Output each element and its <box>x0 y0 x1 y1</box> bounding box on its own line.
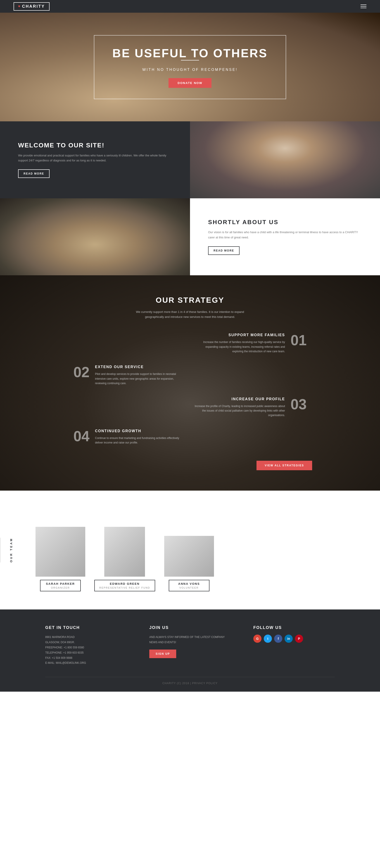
linkedin-icon[interactable]: in <box>284 634 293 643</box>
facebook-icon[interactable]: f <box>274 634 282 643</box>
logo[interactable]: ♥ CHARITY <box>13 2 49 11</box>
sarah-photo-img <box>36 527 85 577</box>
strategy-item-2-title: EXTEND OUR SERVICE <box>95 365 185 369</box>
fax: FAX: +1 504 809 9888 <box>45 656 72 659</box>
strategy-item-4-text: Continue to ensure that marketing and fu… <box>95 436 185 445</box>
freephone: FREEPHONE: +1 800 559 6580 <box>45 646 84 649</box>
footer-address: 8901 MARMORA ROAD GLASGOW, DO4 89GR. FRE… <box>45 634 127 665</box>
strategy-item-1-title: SUPPORT MORE FAMILIES <box>195 333 285 337</box>
strategy-item-3-text: Increase the profile of Charity, leading… <box>195 404 285 418</box>
menu-button[interactable] <box>360 4 367 8</box>
about-readmore-button[interactable]: READ MORE <box>208 246 240 255</box>
about-right: SHORTLY ABOUT US Our vision is for all f… <box>190 198 380 275</box>
strategy-item-3-content: INCREASE OUR PROFILE Increase the profil… <box>195 397 285 418</box>
hero-inner: BE USEFUL TO OTHERS WITH NO THOUGHT OF R… <box>94 35 286 99</box>
anna-photo <box>164 536 214 577</box>
welcome-readmore-button[interactable]: READ MORE <box>18 169 49 178</box>
address-line2: GLASGOW, DO4 89GR. <box>45 641 75 644</box>
about-image <box>0 198 190 275</box>
twitter-icon[interactable]: t <box>264 634 272 643</box>
logo-text: CHARITY <box>22 4 45 9</box>
edward-photo <box>104 527 145 577</box>
footer: GET IN TOUCH 8901 MARMORA ROAD GLASGOW, … <box>0 610 380 692</box>
strategy-item-3: INCREASE OUR PROFILE Increase the profil… <box>68 397 312 418</box>
team-member-anna: ANNA VONS VOLUNTEER <box>164 536 214 591</box>
strategy-item-1: SUPPORT MORE FAMILIES Increase the numbe… <box>68 333 312 353</box>
strategy-title: OUR STRATEGY <box>68 296 312 305</box>
welcome-image <box>190 121 380 198</box>
footer-bottom: CHARITY (C) 2018 | PRIVACY POLICY <box>45 677 335 685</box>
footer-get-in-touch-title: GET IN TOUCH <box>45 625 127 630</box>
strategy-item-2-number: 02 <box>68 365 95 379</box>
hero-section: BE USEFUL TO OTHERS WITH NO THOUGHT OF R… <box>0 13 380 121</box>
strategy-item-2: 02 EXTEND OUR SERVICE Pilot and develop … <box>68 365 312 385</box>
team-members: SARAH PARKER ORGANIZER EDWARD GREEN REPR… <box>36 509 228 591</box>
child-photo <box>190 121 380 198</box>
strategy-item-4: 04 CONTINUED GROWTH Continue to ensure t… <box>68 429 312 445</box>
strategy-item-3-title: INCREASE OUR PROFILE <box>195 397 285 401</box>
footer-join-us-text: AND ALWAYS STAY INFORMED OF THE LATEST C… <box>149 634 231 645</box>
strategy-subtitle: We currently support more than 1 in 4 of… <box>131 309 249 319</box>
hero-divider <box>181 60 199 60</box>
sarah-name-box: SARAH PARKER ORGANIZER <box>40 580 81 591</box>
strategy-item-1-content: SUPPORT MORE FAMILIES Increase the numbe… <box>195 333 285 353</box>
welcome-left: WELCOME TO OUR SITE! We provide emotiona… <box>0 121 190 198</box>
navbar: ♥ CHARITY <box>0 0 380 13</box>
address-line1: 8901 MARMORA ROAD <box>45 636 75 639</box>
edward-photo-img <box>104 527 145 577</box>
view-all-strategies-button[interactable]: VIEW ALL STRATEGIES <box>256 461 312 470</box>
google-icon[interactable]: G <box>253 634 262 643</box>
hero-subtitle: WITH NO THOUGHT OF RECOMPENSE! <box>142 68 238 72</box>
edward-name: EDWARD GREEN <box>99 582 150 585</box>
about-text: Our vision is for all families who have … <box>208 230 362 240</box>
team-section: OUR TEAM SARAH PARKER ORGANIZER EDWARD G… <box>0 491 380 610</box>
anna-name-box: ANNA VONS VOLUNTEER <box>169 580 209 591</box>
anna-name: ANNA VONS <box>174 582 205 585</box>
footer-top: GET IN TOUCH 8901 MARMORA ROAD GLASGOW, … <box>45 625 335 665</box>
edward-name-box: EDWARD GREEN REPRESENTATIVE RELIEF FUND <box>94 580 155 591</box>
social-icons: G t f in P <box>253 634 335 643</box>
email: E-MAIL: MAIL@DEMOLINK.ORG <box>45 661 86 664</box>
team-member-edward: EDWARD GREEN REPRESENTATIVE RELIEF FUND <box>94 527 155 591</box>
about-title: SHORTLY ABOUT US <box>208 219 362 226</box>
hamburger-line <box>360 8 367 8</box>
strategy-items: SUPPORT MORE FAMILIES Increase the numbe… <box>68 333 312 456</box>
footer-join-us-title: JOIN US <box>149 625 231 630</box>
sarah-name: SARAH PARKER <box>45 582 76 585</box>
team-member-sarah: SARAH PARKER ORGANIZER <box>36 527 85 591</box>
footer-get-in-touch: GET IN TOUCH 8901 MARMORA ROAD GLASGOW, … <box>45 625 127 665</box>
copyright-text: CHARITY (C) 2018 | PRIVACY POLICY <box>163 682 217 685</box>
strategy-item-4-content: CONTINUED GROWTH Continue to ensure that… <box>95 429 185 445</box>
footer-follow-us-title: FOLLOW US <box>253 625 335 630</box>
strategy-item-4-number: 04 <box>68 429 95 443</box>
strategy-item-1-text: Increase the number of families receivin… <box>195 340 285 353</box>
sarah-photo <box>36 527 85 577</box>
hands-photo <box>0 198 190 275</box>
hero-title: BE USEFUL TO OTHERS <box>112 46 268 60</box>
strategy-section: OUR STRATEGY We currently support more t… <box>0 275 380 491</box>
telephone: TELEPHONE: +1 959 603 6035 <box>45 651 84 654</box>
about-section: SHORTLY ABOUT US Our vision is for all f… <box>0 198 380 275</box>
welcome-title: WELCOME TO OUR SITE! <box>18 142 172 149</box>
pinterest-icon[interactable]: P <box>295 634 303 643</box>
welcome-section: WELCOME TO OUR SITE! We provide emotiona… <box>0 121 380 198</box>
strategy-item-3-number: 03 <box>285 397 312 411</box>
strategy-footer: VIEW ALL STRATEGIES <box>68 461 312 470</box>
donate-button[interactable]: DONATE NOW <box>169 78 211 88</box>
strategy-item-4-title: CONTINUED GROWTH <box>95 429 185 433</box>
welcome-text: We provide emotional and practical suppo… <box>18 153 172 163</box>
anna-role: VOLUNTEER <box>174 586 205 589</box>
strategy-item-2-text: Pilot and develop services to provide su… <box>95 372 185 385</box>
strategy-item-1-number: 01 <box>285 333 312 347</box>
heart-icon: ♥ <box>18 4 20 8</box>
strategy-item-2-content: EXTEND OUR SERVICE Pilot and develop ser… <box>95 365 185 385</box>
footer-follow-us: FOLLOW US G t f in P <box>253 625 335 665</box>
team-label: OUR TEAM <box>0 538 22 562</box>
sarah-role: ORGANIZER <box>45 586 76 589</box>
edward-role: REPRESENTATIVE RELIEF FUND <box>99 586 150 589</box>
signup-button[interactable]: SIGN UP <box>149 650 176 658</box>
hamburger-line <box>360 4 367 5</box>
footer-join-us: JOIN US AND ALWAYS STAY INFORMED OF THE … <box>149 625 231 665</box>
hamburger-line <box>360 6 367 6</box>
anna-photo-img <box>164 536 214 577</box>
